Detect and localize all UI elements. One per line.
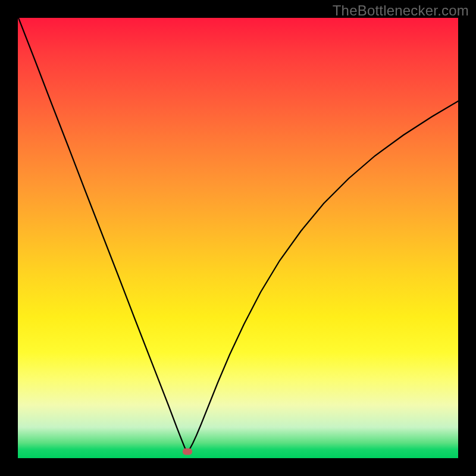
bottleneck-curve (18, 18, 458, 458)
chart-outer-frame: TheBottlenecker.com (0, 0, 476, 476)
plot-area (18, 18, 458, 458)
watermark-text: TheBottlenecker.com (333, 2, 469, 19)
curve-left-branch (18, 18, 187, 452)
minimum-marker (183, 449, 192, 455)
curve-right-branch (187, 101, 458, 452)
